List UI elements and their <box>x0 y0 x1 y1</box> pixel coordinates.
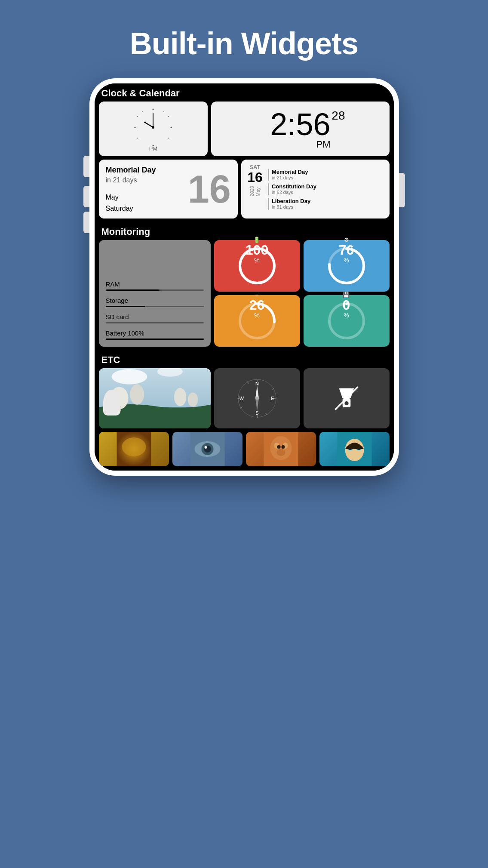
monitoring-grid: RAM Storage SD card <box>99 240 390 347</box>
monitor-storage-bar-fill <box>106 306 145 307</box>
svg-point-62 <box>281 445 285 449</box>
flashlight-svg <box>331 383 362 413</box>
cal-event-info-1: Memorial Day in 21 days <box>272 169 308 180</box>
cal-month-weekday: May Saturday <box>106 190 156 212</box>
battery-gauge-inner: 🔋 100 % <box>236 244 279 287</box>
storage-gauge-widget[interactable]: ≡ 26 % <box>214 295 300 347</box>
svg-point-47 <box>344 401 348 405</box>
battery-gauge-widget[interactable]: 🔋 100 % <box>214 240 300 292</box>
cal-big-date: 16 <box>188 170 231 209</box>
cal-event-days-2: in 62 days <box>272 190 316 195</box>
calendar-right-widget[interactable]: SAT 16 2020 May Memorial Day in 21 da <box>241 160 390 219</box>
cal-event-name-2: Constitution Day <box>272 183 316 190</box>
svg-point-6 <box>137 116 138 117</box>
cpu-gauge-number: 76 <box>339 243 354 257</box>
cal-days-until: in 21 days <box>106 176 156 184</box>
phone-shell: Clock & Calendar <box>89 78 399 476</box>
photo-thumbnails-row <box>99 432 390 466</box>
compass-widget[interactable]: N S W E <box>214 368 300 428</box>
cal-event-info-2: Constitution Day in 62 days <box>272 183 316 195</box>
svg-point-4 <box>163 111 164 112</box>
sdcard-gauge-widget[interactable]: 💾 0 % <box>304 295 390 347</box>
digital-seconds: 28 <box>331 110 345 122</box>
monitor-sdcard-label: SD card <box>106 313 204 320</box>
compass-east: E <box>271 396 274 401</box>
svg-point-25 <box>110 387 129 409</box>
photo-thumb-4[interactable] <box>319 432 390 466</box>
monitor-storage-label: Storage <box>106 297 204 304</box>
svg-point-61 <box>277 445 280 449</box>
monitor-storage-bar-bg <box>106 306 204 307</box>
battery-gauge-percent: % <box>246 257 268 264</box>
landscape-svg <box>99 368 211 428</box>
monitor-ram-label: RAM <box>106 280 204 288</box>
photo-thumb-1[interactable] <box>99 432 169 466</box>
svg-point-29 <box>187 392 198 406</box>
monitor-battery-bar-fill <box>106 339 204 340</box>
monitor-ram-bar-bg <box>106 289 204 291</box>
svg-point-64 <box>345 439 364 461</box>
cal-event-bar-1 <box>268 169 269 181</box>
cal-event-bar-2 <box>268 183 269 195</box>
battery-gauge-number: 100 <box>246 243 268 257</box>
digital-clock-widget[interactable]: 2:5628 PM <box>211 102 389 156</box>
monitor-ram: RAM <box>106 280 204 291</box>
analog-am-pm: PM <box>149 145 158 152</box>
svg-point-60 <box>276 449 285 456</box>
svg-point-28 <box>174 388 186 406</box>
cal-year-month: 2020 May <box>249 186 261 196</box>
svg-point-45 <box>255 397 259 400</box>
digital-hours: 2:5628 PM <box>270 107 330 149</box>
cal-year: 2020 <box>249 186 255 196</box>
storage-gauge-percent: % <box>249 312 265 319</box>
sdcard-gauge-inner: 💾 0 % <box>325 299 368 342</box>
svg-point-7 <box>142 111 143 112</box>
svg-point-8 <box>168 138 169 139</box>
photo-thumb-3[interactable] <box>246 432 316 466</box>
digital-time-display: 2:5628 PM <box>270 109 330 149</box>
monitor-storage: Storage <box>106 297 204 307</box>
cal-event-info-3: Liberation Day in 91 days <box>272 198 310 209</box>
cal-events-list: Memorial Day in 21 days Constitution Day… <box>268 164 384 214</box>
cal-event-item-2: Constitution Day in 62 days <box>268 183 384 195</box>
monitor-battery: Battery 100% <box>106 329 204 340</box>
svg-point-27 <box>130 385 144 405</box>
sdcard-gauge-number: 0 <box>343 298 350 312</box>
etc-grid: N S W E <box>99 368 390 466</box>
clock-section: PM 2:5628 PM Memorial Da <box>95 102 394 222</box>
calendar-row: Memorial Day in 21 days May Saturday 16 … <box>99 160 390 219</box>
calendar-left-widget[interactable]: Memorial Day in 21 days May Saturday 16 <box>99 160 238 219</box>
svg-point-55 <box>204 446 207 449</box>
monitor-ram-bar-fill <box>106 289 160 291</box>
cal-event-bar-3 <box>268 198 269 210</box>
cal-month: May <box>106 194 156 201</box>
cal-event-item-1: Memorial Day in 21 days <box>268 169 384 181</box>
clock-section-header: Clock & Calendar <box>95 83 394 102</box>
monitor-sdcard-bar-bg <box>106 322 204 323</box>
svg-line-36 <box>274 397 276 399</box>
svg-point-57 <box>270 436 292 460</box>
svg-line-10 <box>144 122 153 127</box>
analog-clock-widget[interactable]: PM <box>99 102 208 156</box>
monitor-sdcard: SD card <box>106 313 204 323</box>
photo-thumb-2[interactable] <box>172 432 242 466</box>
cal-weekday: Saturday <box>106 205 156 212</box>
etc-section-header: ETC <box>95 350 394 368</box>
svg-point-12 <box>152 126 154 129</box>
compass-west: W <box>239 396 244 401</box>
etc-photo-widget[interactable] <box>99 368 211 428</box>
etc-photo-content <box>99 368 211 428</box>
sdcard-gauge-percent: % <box>343 312 350 319</box>
cal-event-item-3: Liberation Day in 91 days <box>268 198 384 210</box>
cal-event-name-3: Liberation Day <box>272 198 310 204</box>
svg-line-38 <box>256 415 258 418</box>
monitoring-left-panel[interactable]: RAM Storage SD card <box>99 240 211 347</box>
cal-day-num: 16 <box>247 170 263 184</box>
flashlight-widget[interactable] <box>304 368 390 428</box>
cal-event-name-1: Memorial Day <box>272 169 308 175</box>
cpu-gauge-percent: % <box>339 257 354 264</box>
svg-point-3 <box>135 127 136 128</box>
cpu-gauge-widget[interactable]: ⚙ 76 % <box>304 240 390 292</box>
calendar-left-text: Memorial Day in 21 days May Saturday <box>106 166 156 212</box>
compass-svg: N S W E <box>236 377 279 420</box>
